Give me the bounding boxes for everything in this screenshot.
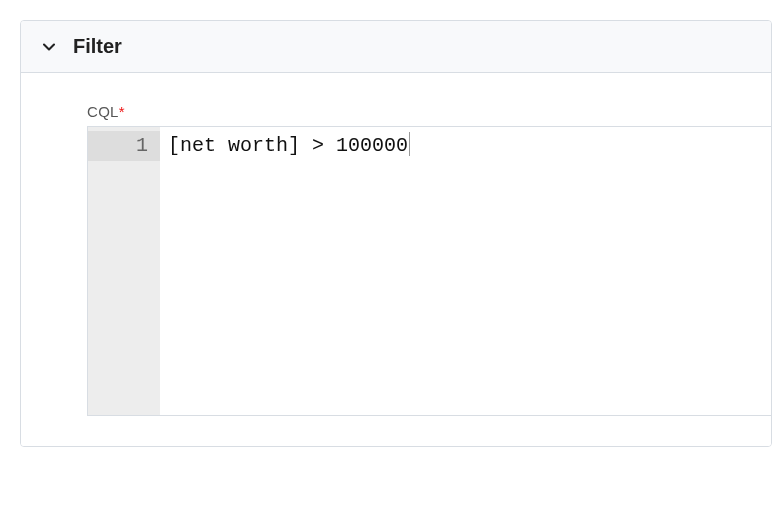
panel-title: Filter (73, 35, 122, 58)
editor-gutter: 1 (88, 127, 160, 415)
text-cursor (409, 132, 410, 156)
filter-panel: Filter CQL* 1 [net worth] > 100000 (20, 20, 772, 447)
filter-panel-header[interactable]: Filter (21, 21, 771, 73)
active-line-highlight (88, 131, 160, 161)
editor-code-area[interactable]: [net worth] > 100000 (160, 127, 771, 415)
chevron-down-icon (39, 37, 59, 57)
required-asterisk: * (119, 103, 125, 120)
cql-label-text: CQL (87, 103, 119, 120)
cql-field-label: CQL* (87, 103, 771, 120)
cql-code-editor[interactable]: 1 [net worth] > 100000 (87, 126, 771, 416)
code-line: [net worth] > 100000 (168, 131, 763, 161)
filter-panel-body: CQL* 1 [net worth] > 100000 (21, 73, 771, 446)
